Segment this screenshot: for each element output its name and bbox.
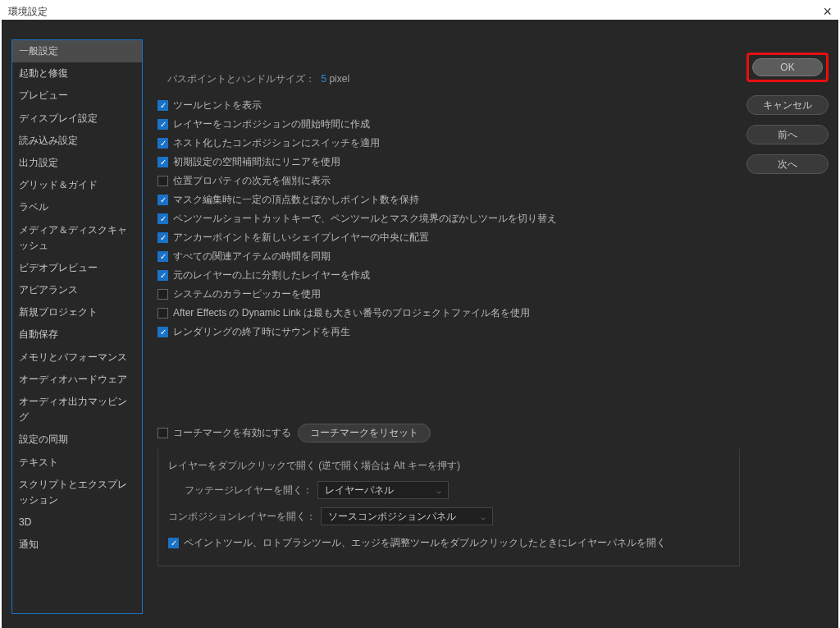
check-row: ネスト化したコンポジションにスイッチを適用 [158, 134, 740, 153]
check-row: システムのカラーピッカーを使用 [158, 285, 740, 304]
checkbox[interactable] [158, 100, 168, 111]
dialog-panel: 一般設定起動と修復プレビューディスプレイ設定読み込み設定出力設定グリッド＆ガイド… [2, 20, 838, 628]
next-button[interactable]: 次へ [746, 154, 829, 174]
comp-open-label: コンポジションレイヤーを開く： [168, 510, 316, 524]
paint-doubleclick-label: ペイントツール、ロトブラシツール、エッジを調整ツールをダブルクリックしたときにレ… [184, 536, 666, 550]
check-row: 元のレイヤーの上に分割したレイヤーを作成 [158, 266, 740, 285]
path-point-size-row: パスポイントとハンドルサイズ： 5 pixel [167, 72, 740, 86]
check-row: ペンツールショートカットキーで、ペンツールとマスク境界のぼかしツールを切り替え [158, 209, 740, 228]
checkbox-label: レイヤーをコンポジションの開始時間に作成 [173, 117, 370, 131]
sidebar-item[interactable]: プレビュー [12, 85, 142, 107]
sidebar-item[interactable]: オーディオ出力マッピング [12, 391, 142, 429]
checkbox[interactable] [158, 308, 168, 319]
cancel-button[interactable]: キャンセル [746, 95, 829, 115]
comp-open-dropdown[interactable]: ソースコンポジションパネル ⌵ [321, 507, 493, 525]
dialog-buttons: OK キャンセル 前へ 次へ [746, 53, 829, 174]
coach-marks-label: コーチマークを有効にする [173, 426, 291, 440]
coach-marks-checkbox[interactable] [158, 428, 168, 438]
checkbox[interactable] [158, 138, 168, 149]
check-row: After Effects の Dynamic Link は最も大きい番号のプロ… [158, 304, 740, 323]
ok-button[interactable]: OK [752, 58, 823, 76]
checkbox[interactable] [158, 327, 168, 337]
footage-open-dropdown[interactable]: レイヤーパネル ⌵ [317, 481, 449, 499]
content-area: パスポイントとハンドルサイズ： 5 pixel ツールヒントを表示レイヤーをコン… [158, 39, 740, 628]
checkbox[interactable] [158, 176, 168, 186]
sidebar-item[interactable]: ラベル [12, 196, 142, 218]
footage-open-label: フッテージレイヤーを開く： [185, 484, 313, 497]
checkbox[interactable] [158, 213, 168, 224]
sidebar-item[interactable]: テキスト [12, 452, 142, 474]
doubleclick-group: レイヤーをダブルクリックで開く (逆で開く場合は Alt キーを押す) フッテー… [158, 449, 740, 566]
sidebar-item[interactable]: オーディオハードウェア [12, 369, 142, 391]
checkbox-label: After Effects の Dynamic Link は最も大きい番号のプロ… [173, 306, 530, 320]
checkbox-label: ネスト化したコンポジションにスイッチを適用 [173, 136, 380, 150]
checkbox-label: アンカーポイントを新しいシェイプレイヤーの中央に配置 [173, 231, 429, 245]
checkbox-label: 位置プロパティの次元を個別に表示 [173, 174, 331, 188]
path-point-size-value[interactable]: 5 [321, 73, 326, 85]
sidebar-item[interactable]: ディスプレイ設定 [12, 108, 142, 130]
checkbox-label: マスク編集時に一定の頂点数とぼかしポイント数を保持 [173, 193, 419, 207]
checkbox-label: 初期設定の空間補間法にリニアを使用 [173, 155, 340, 169]
check-row: 位置プロパティの次元を個別に表示 [158, 172, 740, 190]
sidebar-item[interactable]: スクリプトとエクスプレッション [12, 474, 142, 511]
sidebar-item[interactable]: 通知 [12, 534, 142, 556]
sidebar-item[interactable]: 一般設定 [12, 40, 142, 62]
checkbox-label: ツールヒントを表示 [173, 99, 262, 112]
sidebar-item[interactable]: 設定の同期 [12, 429, 142, 451]
sidebar-item[interactable]: グリッド＆ガイド [12, 174, 142, 196]
sidebar-item[interactable]: 起動と修復 [12, 62, 142, 85]
chevron-down-icon: ⌵ [481, 512, 486, 521]
sidebar: 一般設定起動と修復プレビューディスプレイ設定読み込み設定出力設定グリッド＆ガイド… [11, 39, 143, 614]
sidebar-item[interactable]: 自動保存 [12, 323, 142, 346]
check-row: 初期設定の空間補間法にリニアを使用 [158, 153, 740, 172]
sidebar-item[interactable]: 新規プロジェクト [12, 301, 142, 323]
checkbox-label: すべての関連アイテムの時間を同期 [173, 250, 331, 264]
checkbox[interactable] [158, 157, 168, 167]
sidebar-item[interactable]: アピアランス [12, 279, 142, 301]
checkbox-label: 元のレイヤーの上に分割したレイヤーを作成 [173, 268, 370, 282]
checkbox[interactable] [158, 270, 168, 281]
sidebar-item[interactable]: ビデオプレビュー [12, 257, 142, 279]
path-point-size-unit: pixel [329, 73, 349, 85]
check-row: すべての関連アイテムの時間を同期 [158, 247, 740, 266]
window-title: 環境設定 [8, 5, 48, 19]
sidebar-item[interactable]: メモリとパフォーマンス [12, 346, 142, 369]
check-row: レンダリングの終了時にサウンドを再生 [158, 323, 740, 342]
reset-coach-marks-button[interactable]: コーチマークをリセット [298, 424, 431, 442]
check-row: アンカーポイントを新しいシェイプレイヤーの中央に配置 [158, 228, 740, 247]
prev-button[interactable]: 前へ [746, 125, 829, 144]
ok-button-highlight: OK [746, 53, 829, 82]
chevron-down-icon: ⌵ [436, 486, 441, 495]
path-point-size-label: パスポイントとハンドルサイズ： [167, 73, 315, 85]
checkbox[interactable] [158, 119, 168, 130]
checkbox-label: システムのカラーピッカーを使用 [173, 287, 321, 301]
check-row: レイヤーをコンポジションの開始時間に作成 [158, 115, 740, 134]
checkbox-label: ペンツールショートカットキーで、ペンツールとマスク境界のぼかしツールを切り替え [173, 212, 557, 226]
checkbox[interactable] [158, 251, 168, 262]
check-row: マスク編集時に一定の頂点数とぼかしポイント数を保持 [158, 190, 740, 209]
comp-open-value: ソースコンポジションパネル [328, 510, 456, 524]
sidebar-item[interactable]: 出力設定 [12, 152, 142, 174]
footage-open-value: レイヤーパネル [325, 484, 394, 497]
doubleclick-title: レイヤーをダブルクリックで開く (逆で開く場合は Alt キーを押す) [168, 459, 729, 473]
checkbox[interactable] [158, 232, 168, 243]
checkbox[interactable] [158, 195, 168, 205]
checkbox-label: レンダリングの終了時にサウンドを再生 [173, 325, 350, 339]
sidebar-item[interactable]: 読み込み設定 [12, 130, 142, 152]
sidebar-item[interactable]: 3D [12, 511, 142, 534]
check-row: ツールヒントを表示 [158, 96, 740, 115]
checkbox[interactable] [158, 289, 168, 300]
close-icon[interactable]: × [823, 3, 832, 21]
sidebar-item[interactable]: メディア＆ディスクキャッシュ [12, 219, 142, 257]
paint-doubleclick-checkbox[interactable] [168, 538, 179, 548]
